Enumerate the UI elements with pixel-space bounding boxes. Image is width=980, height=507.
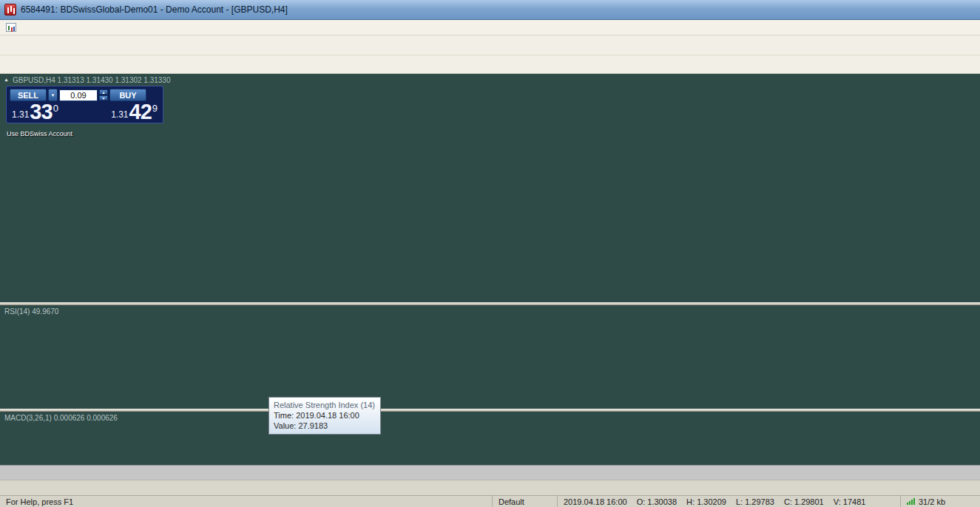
rsi-pane[interactable]: RSI(14) 49.9670	[0, 305, 980, 409]
mt4-window: 6584491: BDSwissGlobal-Demo01 - Demo Acc…	[0, 0, 980, 507]
status-high: H: 1.30209	[686, 497, 726, 506]
sell-price[interactable]: 1.31 33 0	[12, 102, 58, 122]
volume-input[interactable]	[59, 89, 98, 101]
chart-tabs-bar	[0, 480, 980, 495]
status-connection: 31/2 kb	[900, 496, 980, 507]
sell-price-pip: 0	[53, 103, 58, 114]
symbol-ohlc-header: GBPUSD,H4 1.31313 1.31430 1.31302 1.3133…	[13, 76, 171, 84]
rsi-label: RSI(14) 49.9670	[4, 307, 58, 316]
buy-price[interactable]: 1.31 42 9	[111, 102, 158, 122]
rsi-canvas[interactable]	[0, 305, 980, 409]
title-bar[interactable]: 6584491: BDSwissGlobal-Demo01 - Demo Acc…	[0, 0, 980, 20]
status-close: C: 1.29801	[784, 497, 824, 506]
status-candle-info: 2019.04.18 16:00 O: 1.30038 H: 1.30209 L…	[557, 496, 900, 507]
connection-speed: 31/2 kb	[919, 497, 945, 506]
sell-price-big: 33	[30, 102, 52, 122]
tooltip-time: Time: 2019.04.18 16:00	[274, 410, 376, 421]
buy-price-main: 1.31	[111, 109, 128, 120]
spinner-up-icon[interactable]: ▲	[99, 89, 108, 95]
window-title: 6584491: BDSwissGlobal-Demo01 - Demo Acc…	[21, 4, 288, 15]
spinner-down-icon[interactable]: ▼	[99, 95, 108, 101]
toolbar-standard	[0, 35, 980, 55]
chart-overlay-text: Use BDSwiss Account	[7, 130, 72, 137]
macd-label: MACD(3,26,1) 0.000626 0.000626	[4, 414, 118, 422]
one-click-toggle-icon[interactable]: ▲	[4, 77, 9, 82]
buy-price-big: 42	[129, 102, 152, 122]
status-bar: For Help, press F1 Default 2019.04.18 16…	[0, 495, 980, 507]
time-axis[interactable]	[0, 465, 980, 480]
toolbar-tools	[0, 55, 980, 74]
tooltip-title: Relative Strength Index (14)	[274, 400, 376, 410]
status-help-text: For Help, press F1	[0, 496, 492, 507]
tooltip-value: Value: 27.9183	[274, 421, 376, 431]
connection-bars-icon	[907, 498, 915, 505]
status-profile[interactable]: Default	[492, 496, 557, 507]
macd-pane[interactable]: MACD(3,26,1) 0.000626 0.000626	[0, 412, 980, 465]
macd-canvas[interactable]	[0, 412, 980, 465]
main-chart-pane[interactable]: ▲ GBPUSD,H4 1.31313 1.31430 1.31302 1.31…	[0, 74, 980, 302]
app-icon	[4, 4, 16, 16]
one-click-trading-panel: SELL ▼ ▲ ▼ BUY 1.31 33 0	[6, 86, 163, 123]
buy-price-pip: 9	[152, 103, 158, 114]
chart-menu-icon[interactable]	[6, 23, 16, 32]
status-low: L: 1.29783	[736, 497, 774, 506]
indicator-tooltip: Relative Strength Index (14) Time: 2019.…	[268, 397, 381, 435]
status-time: 2019.04.18 16:00	[564, 497, 627, 506]
status-open: O: 1.30038	[637, 497, 677, 506]
chart-area: ▲ GBPUSD,H4 1.31313 1.31430 1.31302 1.31…	[0, 74, 980, 465]
volume-spinner: ▲ ▼	[99, 89, 108, 101]
menu-bar	[0, 20, 980, 35]
status-volume: V: 17481	[834, 497, 866, 506]
sell-price-main: 1.31	[12, 109, 29, 120]
